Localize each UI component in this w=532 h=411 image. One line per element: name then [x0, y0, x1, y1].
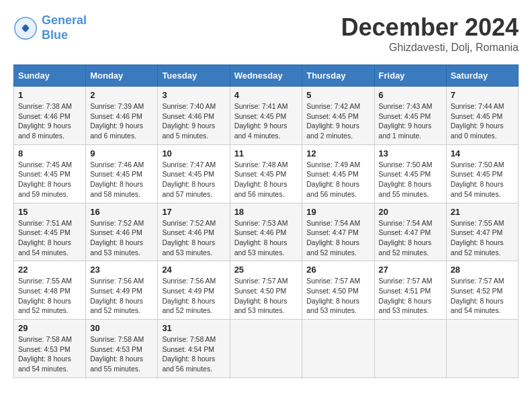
calendar-cell: 1 Sunrise: 7:38 AMSunset: 4:46 PMDayligh…: [14, 87, 86, 145]
calendar-cell: 18 Sunrise: 7:53 AMSunset: 4:46 PMDaylig…: [230, 203, 302, 261]
day-header-saturday: Saturday: [446, 65, 518, 87]
day-number: 9: [90, 148, 153, 158]
calendar-cell: 31 Sunrise: 7:58 AMSunset: 4:54 PMDaylig…: [158, 320, 230, 378]
day-number: 23: [90, 265, 153, 275]
calendar-cell: 25 Sunrise: 7:57 AMSunset: 4:50 PMDaylig…: [230, 261, 302, 320]
day-header-tuesday: Tuesday: [158, 65, 230, 87]
calendar-cell: 22 Sunrise: 7:55 AMSunset: 4:48 PMDaylig…: [14, 261, 86, 320]
day-number: 8: [18, 148, 81, 158]
day-number: 24: [162, 265, 225, 275]
day-detail: Sunrise: 7:54 AMSunset: 4:47 PMDaylight:…: [306, 219, 360, 257]
header-row: SundayMondayTuesdayWednesdayThursdayFrid…: [14, 65, 519, 87]
day-number: 31: [162, 323, 225, 333]
day-detail: Sunrise: 7:54 AMSunset: 4:47 PMDaylight:…: [379, 219, 433, 257]
calendar-cell: 30 Sunrise: 7:58 AMSunset: 4:53 PMDaylig…: [86, 320, 158, 378]
day-detail: Sunrise: 7:58 AMSunset: 4:54 PMDaylight:…: [162, 335, 216, 373]
day-number: 3: [162, 90, 225, 100]
calendar-cell: 29 Sunrise: 7:58 AMSunset: 4:53 PMDaylig…: [14, 320, 86, 378]
day-detail: Sunrise: 7:41 AMSunset: 4:45 PMDaylight:…: [234, 102, 288, 140]
day-number: 19: [306, 207, 369, 217]
day-header-sunday: Sunday: [14, 65, 86, 87]
day-detail: Sunrise: 7:57 AMSunset: 4:51 PMDaylight:…: [379, 277, 433, 314]
calendar-cell: 9 Sunrise: 7:46 AMSunset: 4:45 PMDayligh…: [86, 144, 158, 203]
day-detail: Sunrise: 7:57 AMSunset: 4:50 PMDaylight:…: [306, 277, 360, 314]
calendar-cell: 7 Sunrise: 7:44 AMSunset: 4:45 PMDayligh…: [446, 87, 518, 145]
logo: General Blue: [13, 13, 87, 42]
logo-icon: [13, 16, 38, 40]
day-number: 21: [451, 207, 514, 217]
week-row-5: 29 Sunrise: 7:58 AMSunset: 4:53 PMDaylig…: [14, 320, 519, 378]
day-number: 29: [18, 323, 81, 333]
day-number: 22: [18, 265, 81, 275]
calendar-cell: 13 Sunrise: 7:50 AMSunset: 4:45 PMDaylig…: [374, 144, 446, 203]
calendar-cell: 27 Sunrise: 7:57 AMSunset: 4:51 PMDaylig…: [374, 261, 446, 320]
calendar-cell: [446, 320, 518, 378]
day-number: 4: [234, 90, 298, 100]
calendar-cell: 4 Sunrise: 7:41 AMSunset: 4:45 PMDayligh…: [230, 87, 302, 145]
day-number: 14: [451, 148, 514, 158]
calendar-cell: 14 Sunrise: 7:50 AMSunset: 4:45 PMDaylig…: [446, 144, 518, 203]
week-row-1: 1 Sunrise: 7:38 AMSunset: 4:46 PMDayligh…: [14, 87, 519, 145]
day-detail: Sunrise: 7:38 AMSunset: 4:46 PMDaylight:…: [18, 102, 72, 140]
day-detail: Sunrise: 7:46 AMSunset: 4:45 PMDaylight:…: [90, 161, 144, 198]
subtitle: Ghizdavesti, Dolj, Romania: [341, 42, 519, 54]
title-section: December 2024 Ghizdavesti, Dolj, Romania: [341, 13, 519, 54]
calendar-cell: 23 Sunrise: 7:56 AMSunset: 4:49 PMDaylig…: [86, 261, 158, 320]
day-detail: Sunrise: 7:50 AMSunset: 4:45 PMDaylight:…: [451, 161, 504, 198]
calendar-cell: 8 Sunrise: 7:45 AMSunset: 4:45 PMDayligh…: [14, 144, 86, 203]
day-detail: Sunrise: 7:55 AMSunset: 4:48 PMDaylight:…: [18, 277, 72, 314]
day-detail: Sunrise: 7:49 AMSunset: 4:45 PMDaylight:…: [306, 161, 360, 198]
calendar-cell: 19 Sunrise: 7:54 AMSunset: 4:47 PMDaylig…: [302, 203, 374, 261]
calendar-cell: 2 Sunrise: 7:39 AMSunset: 4:46 PMDayligh…: [86, 87, 158, 145]
day-detail: Sunrise: 7:50 AMSunset: 4:45 PMDaylight:…: [379, 161, 433, 198]
day-detail: Sunrise: 7:57 AMSunset: 4:52 PMDaylight:…: [451, 277, 504, 314]
calendar-cell: [374, 320, 446, 378]
calendar-cell: 28 Sunrise: 7:57 AMSunset: 4:52 PMDaylig…: [446, 261, 518, 320]
day-number: 1: [18, 90, 81, 100]
week-row-2: 8 Sunrise: 7:45 AMSunset: 4:45 PMDayligh…: [14, 144, 519, 203]
day-header-wednesday: Wednesday: [230, 65, 302, 87]
calendar-cell: 21 Sunrise: 7:55 AMSunset: 4:47 PMDaylig…: [446, 203, 518, 261]
day-detail: Sunrise: 7:39 AMSunset: 4:46 PMDaylight:…: [90, 102, 144, 140]
day-detail: Sunrise: 7:52 AMSunset: 4:46 PMDaylight:…: [90, 219, 144, 257]
calendar-cell: 17 Sunrise: 7:52 AMSunset: 4:46 PMDaylig…: [158, 203, 230, 261]
day-detail: Sunrise: 7:51 AMSunset: 4:45 PMDaylight:…: [18, 219, 72, 257]
logo-text: General Blue: [42, 13, 87, 42]
calendar-cell: 26 Sunrise: 7:57 AMSunset: 4:50 PMDaylig…: [302, 261, 374, 320]
calendar-cell: [302, 320, 374, 378]
calendar-cell: 5 Sunrise: 7:42 AMSunset: 4:45 PMDayligh…: [302, 87, 374, 145]
day-number: 26: [306, 265, 369, 275]
day-number: 12: [306, 148, 369, 158]
day-header-thursday: Thursday: [302, 65, 374, 87]
day-detail: Sunrise: 7:45 AMSunset: 4:45 PMDaylight:…: [18, 161, 72, 198]
calendar-cell: [230, 320, 302, 378]
day-detail: Sunrise: 7:42 AMSunset: 4:45 PMDaylight:…: [306, 102, 360, 140]
calendar-cell: 24 Sunrise: 7:56 AMSunset: 4:49 PMDaylig…: [158, 261, 230, 320]
calendar-cell: 10 Sunrise: 7:47 AMSunset: 4:45 PMDaylig…: [158, 144, 230, 203]
day-number: 17: [162, 207, 225, 217]
day-number: 5: [306, 90, 369, 100]
calendar-cell: 12 Sunrise: 7:49 AMSunset: 4:45 PMDaylig…: [302, 144, 374, 203]
day-detail: Sunrise: 7:47 AMSunset: 4:45 PMDaylight:…: [162, 161, 216, 198]
day-detail: Sunrise: 7:40 AMSunset: 4:46 PMDaylight:…: [162, 102, 216, 140]
calendar-cell: 11 Sunrise: 7:48 AMSunset: 4:45 PMDaylig…: [230, 144, 302, 203]
day-detail: Sunrise: 7:55 AMSunset: 4:47 PMDaylight:…: [451, 219, 504, 257]
day-detail: Sunrise: 7:43 AMSunset: 4:45 PMDaylight:…: [379, 102, 433, 140]
month-title: December 2024: [341, 13, 519, 42]
day-header-friday: Friday: [374, 65, 446, 87]
calendar-cell: 6 Sunrise: 7:43 AMSunset: 4:45 PMDayligh…: [374, 87, 446, 145]
calendar-cell: 15 Sunrise: 7:51 AMSunset: 4:45 PMDaylig…: [14, 203, 86, 261]
day-detail: Sunrise: 7:58 AMSunset: 4:53 PMDaylight:…: [90, 335, 144, 373]
day-number: 28: [451, 265, 514, 275]
day-number: 18: [234, 207, 298, 217]
day-detail: Sunrise: 7:56 AMSunset: 4:49 PMDaylight:…: [162, 277, 216, 314]
day-number: 15: [18, 207, 81, 217]
day-number: 6: [379, 90, 442, 100]
day-detail: Sunrise: 7:52 AMSunset: 4:46 PMDaylight:…: [162, 219, 216, 257]
week-row-3: 15 Sunrise: 7:51 AMSunset: 4:45 PMDaylig…: [14, 203, 519, 261]
day-detail: Sunrise: 7:44 AMSunset: 4:45 PMDaylight:…: [451, 102, 504, 140]
day-number: 25: [234, 265, 298, 275]
week-row-4: 22 Sunrise: 7:55 AMSunset: 4:48 PMDaylig…: [14, 261, 519, 320]
day-number: 2: [90, 90, 153, 100]
day-number: 7: [451, 90, 514, 100]
